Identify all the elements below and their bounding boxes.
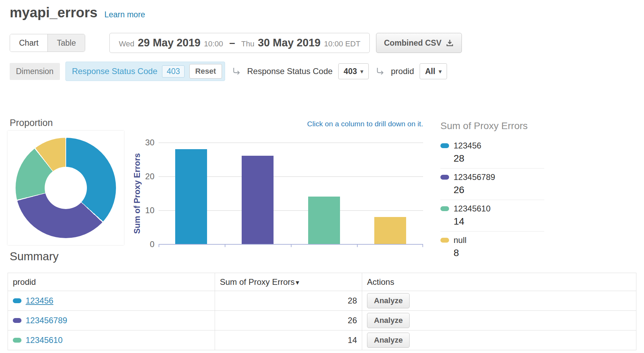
legend-value: 8 <box>454 247 544 259</box>
summary-table: prodid Sum of Proxy Errors▾ Actions 1234… <box>8 273 636 350</box>
date-start-date: 29 May 2019 <box>138 37 200 49</box>
chart-legend: Sum of Proxy Errors 123456 28 123456789 … <box>440 120 544 263</box>
bar-column[interactable] <box>242 156 274 244</box>
donut-chart[interactable] <box>16 138 116 238</box>
analyze-button[interactable]: Analyze <box>367 293 410 308</box>
column-header-actions: Actions <box>362 273 636 291</box>
prodid-link[interactable]: 123456789 <box>26 316 67 325</box>
drilldown-label-status-code: Response Status Code <box>247 66 333 76</box>
gridline <box>159 143 423 143</box>
x-axis-tick <box>159 245 159 247</box>
row-value: 26 <box>215 311 362 331</box>
legend-title: Sum of Proxy Errors <box>440 120 544 132</box>
y-axis-tick: 20 <box>136 171 154 182</box>
table-row: 123456789 26 Analyze <box>8 311 636 331</box>
filter-bar: Dimension Response Status Code 403 Reset… <box>10 62 447 81</box>
summary-title: Summary <box>10 250 59 263</box>
active-filter-chip: Response Status Code 403 Reset <box>65 62 225 81</box>
drilldown-label-prodid: prodid <box>391 66 414 76</box>
report-page: myapi_errors Learn more Chart Table Wed … <box>0 0 644 353</box>
row-value: 14 <box>215 331 362 350</box>
y-axis-tick: 0 <box>136 239 154 250</box>
prodid-link[interactable]: 12345610 <box>26 335 63 345</box>
prodid-dropdown[interactable]: All ▾ <box>420 63 447 79</box>
prodid-selected: All <box>425 67 435 76</box>
proportion-label: Proportion <box>10 118 53 128</box>
legend-value: 28 <box>454 153 544 164</box>
dimension-label: Dimension <box>10 63 60 80</box>
combined-csv-label: Combined CSV <box>384 38 441 48</box>
analyze-button[interactable]: Analyze <box>367 313 410 328</box>
status-code-dropdown[interactable]: 403 ▾ <box>338 63 369 79</box>
legend-label: null <box>454 235 466 245</box>
date-range-separator: – <box>229 37 235 49</box>
legend-entry: 123456789 26 <box>440 169 544 200</box>
bar-column[interactable] <box>308 197 340 244</box>
date-end-day: Thu <box>241 39 254 48</box>
x-axis-tick <box>357 245 358 247</box>
x-axis-tick <box>291 245 292 247</box>
date-end-time: 10:00 EDT <box>324 39 360 48</box>
donut-hole <box>45 167 87 209</box>
drilldown-hint: Click on a column to drill down on it. <box>159 120 423 128</box>
bar-column[interactable] <box>175 149 207 244</box>
column-header-prodid: prodid <box>8 273 215 291</box>
y-axis-tick: 10 <box>136 205 154 216</box>
status-code-selected: 403 <box>344 67 357 76</box>
proportion-donut-card <box>8 131 124 245</box>
legend-swatch <box>440 143 449 148</box>
column-header-sum-label: Sum of Proxy Errors <box>220 277 295 287</box>
date-range-text: Wed 29 May 2019 10:00 – Thu 30 May 2019 … <box>119 37 360 49</box>
tab-chart[interactable]: Chart <box>10 34 47 52</box>
bar-column[interactable] <box>374 217 406 244</box>
bar-chart-plot <box>159 143 423 244</box>
row-swatch <box>13 338 21 343</box>
table-row: 12345610 14 Analyze <box>8 331 636 350</box>
legend-label: 123456 <box>454 141 481 151</box>
combined-csv-button[interactable]: Combined CSV <box>376 33 462 53</box>
row-value: 28 <box>215 291 362 311</box>
tab-table[interactable]: Table <box>47 34 85 52</box>
sort-desc-icon: ▾ <box>296 279 299 286</box>
filter-name-label: Response Status Code <box>72 66 158 76</box>
toolbar: Chart Table Wed 29 May 2019 10:00 – Thu … <box>10 33 462 53</box>
row-swatch <box>13 298 21 303</box>
y-axis-label: Sum of Proxy Errors <box>132 153 142 234</box>
legend-label: 123456789 <box>454 172 495 182</box>
drilldown-arrow-icon <box>375 66 385 76</box>
view-toggle-group: Chart Table <box>10 34 85 52</box>
legend-value: 14 <box>454 216 544 227</box>
date-range-picker[interactable]: Wed 29 May 2019 10:00 – Thu 30 May 2019 … <box>109 33 370 53</box>
x-axis-tick <box>422 245 423 247</box>
prodid-link[interactable]: 123456 <box>26 296 53 306</box>
legend-swatch <box>440 206 449 211</box>
drilldown-arrow-icon <box>231 66 241 76</box>
date-end-date: 30 May 2019 <box>258 37 321 49</box>
column-header-sum[interactable]: Sum of Proxy Errors▾ <box>215 273 362 291</box>
row-swatch <box>13 318 21 323</box>
caret-down-icon: ▾ <box>360 68 363 75</box>
legend-value: 26 <box>454 184 544 196</box>
legend-label: 12345610 <box>454 204 491 214</box>
date-start-time: 10:00 <box>204 39 223 48</box>
reset-button[interactable]: Reset <box>189 64 222 79</box>
table-row: 123456 28 Analyze <box>8 291 636 311</box>
y-axis-tick: 30 <box>136 137 154 148</box>
caret-down-icon: ▾ <box>439 68 441 75</box>
legend-swatch <box>440 238 449 243</box>
legend-entry: 123456 28 <box>440 137 544 169</box>
analyze-button[interactable]: Analyze <box>367 333 410 348</box>
legend-entry: null 8 <box>440 232 544 263</box>
learn-more-link[interactable]: Learn more <box>104 10 145 19</box>
legend-entry: 12345610 14 <box>440 200 544 232</box>
download-icon <box>446 39 454 47</box>
date-start-day: Wed <box>119 39 134 48</box>
page-header: myapi_errors Learn more <box>10 5 145 20</box>
table-header-row: prodid Sum of Proxy Errors▾ Actions <box>8 273 636 291</box>
legend-swatch <box>440 175 449 180</box>
x-axis-tick <box>225 245 225 247</box>
filter-value-badge: 403 <box>162 65 184 78</box>
page-title: myapi_errors <box>10 5 97 20</box>
